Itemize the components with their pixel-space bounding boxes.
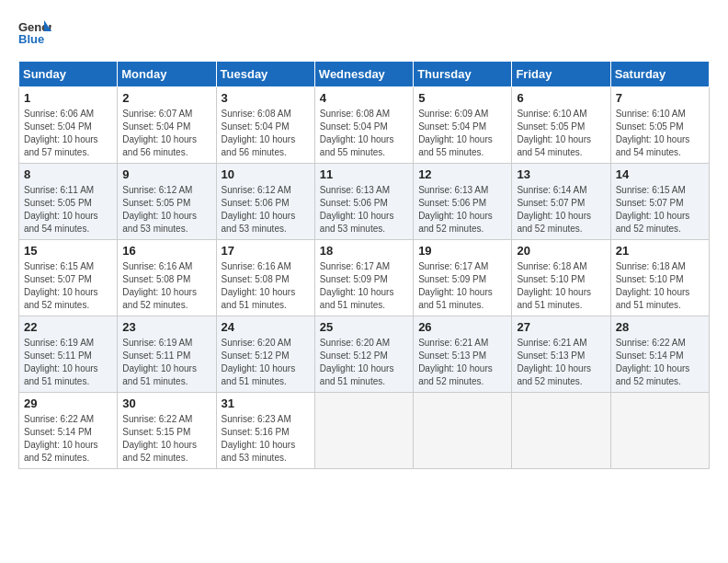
- day-number: 17: [222, 244, 310, 258]
- day-info: Sunrise: 6:09 AMSunset: 5:04 PMDaylight:…: [418, 108, 506, 159]
- calendar-cell: [414, 393, 512, 469]
- header-thursday: Thursday: [414, 62, 512, 87]
- day-info: Sunrise: 6:12 AMSunset: 5:05 PMDaylight:…: [122, 184, 210, 236]
- day-info: Sunrise: 6:16 AMSunset: 5:08 PMDaylight:…: [122, 260, 210, 312]
- day-number: 15: [24, 244, 112, 258]
- day-info: Sunrise: 6:07 AMSunset: 5:04 PMDaylight:…: [122, 108, 210, 159]
- day-number: 9: [122, 167, 210, 181]
- calendar-cell: 30Sunrise: 6:22 AMSunset: 5:15 PMDayligh…: [118, 393, 216, 469]
- header-wednesday: Wednesday: [314, 62, 413, 87]
- day-info: Sunrise: 6:18 AMSunset: 5:10 PMDaylight:…: [616, 260, 704, 312]
- calendar-cell: 5Sunrise: 6:09 AMSunset: 5:04 PMDaylight…: [414, 87, 512, 164]
- calendar-cell: 14Sunrise: 6:15 AMSunset: 5:07 PMDayligh…: [610, 164, 709, 240]
- day-number: 21: [616, 244, 704, 258]
- day-number: 16: [122, 244, 210, 258]
- calendar-cell: 22Sunrise: 6:19 AMSunset: 5:11 PMDayligh…: [19, 316, 118, 393]
- calendar-cell: 17Sunrise: 6:16 AMSunset: 5:08 PMDayligh…: [216, 240, 314, 316]
- calendar-week-row: 15Sunrise: 6:15 AMSunset: 5:07 PMDayligh…: [19, 240, 710, 316]
- day-number: 4: [320, 91, 408, 105]
- day-number: 12: [418, 167, 506, 181]
- day-info: Sunrise: 6:22 AMSunset: 5:15 PMDaylight:…: [122, 413, 210, 465]
- day-number: 10: [222, 167, 310, 181]
- day-number: 2: [122, 91, 210, 105]
- calendar-cell: 8Sunrise: 6:11 AMSunset: 5:05 PMDaylight…: [19, 164, 118, 240]
- calendar-cell: 11Sunrise: 6:13 AMSunset: 5:06 PMDayligh…: [314, 164, 413, 240]
- calendar-cell: 19Sunrise: 6:17 AMSunset: 5:09 PMDayligh…: [414, 240, 512, 316]
- day-number: 5: [418, 91, 506, 105]
- day-info: Sunrise: 6:08 AMSunset: 5:04 PMDaylight:…: [222, 108, 310, 159]
- header-friday: Friday: [512, 62, 610, 87]
- calendar-cell: [610, 393, 709, 469]
- day-number: 18: [320, 244, 408, 258]
- day-info: Sunrise: 6:19 AMSunset: 5:11 PMDaylight:…: [122, 337, 210, 388]
- day-number: 14: [616, 167, 704, 181]
- day-info: Sunrise: 6:18 AMSunset: 5:10 PMDaylight:…: [517, 260, 605, 312]
- day-info: Sunrise: 6:15 AMSunset: 5:07 PMDaylight:…: [24, 260, 112, 312]
- day-number: 13: [517, 167, 605, 181]
- calendar-cell: 6Sunrise: 6:10 AMSunset: 5:05 PMDaylight…: [512, 87, 610, 164]
- calendar-week-row: 1Sunrise: 6:06 AMSunset: 5:04 PMDaylight…: [19, 87, 710, 164]
- header-saturday: Saturday: [610, 62, 709, 87]
- day-number: 8: [24, 167, 112, 181]
- calendar-cell: [314, 393, 413, 469]
- calendar-week-row: 8Sunrise: 6:11 AMSunset: 5:05 PMDaylight…: [19, 164, 710, 240]
- day-number: 20: [517, 244, 605, 258]
- logo: General Blue: [18, 18, 51, 46]
- calendar-cell: 31Sunrise: 6:23 AMSunset: 5:16 PMDayligh…: [216, 393, 314, 469]
- day-info: Sunrise: 6:06 AMSunset: 5:04 PMDaylight:…: [24, 108, 112, 159]
- calendar-cell: 3Sunrise: 6:08 AMSunset: 5:04 PMDaylight…: [216, 87, 314, 164]
- day-number: 29: [24, 396, 112, 410]
- day-info: Sunrise: 6:21 AMSunset: 5:13 PMDaylight:…: [418, 337, 506, 388]
- day-number: 24: [222, 320, 310, 334]
- day-number: 27: [517, 320, 605, 334]
- day-info: Sunrise: 6:14 AMSunset: 5:07 PMDaylight:…: [517, 184, 605, 236]
- calendar-cell: 18Sunrise: 6:17 AMSunset: 5:09 PMDayligh…: [314, 240, 413, 316]
- day-number: 31: [222, 396, 310, 410]
- calendar-cell: 20Sunrise: 6:18 AMSunset: 5:10 PMDayligh…: [512, 240, 610, 316]
- day-info: Sunrise: 6:17 AMSunset: 5:09 PMDaylight:…: [320, 260, 408, 312]
- day-info: Sunrise: 6:08 AMSunset: 5:04 PMDaylight:…: [320, 108, 408, 159]
- day-number: 30: [122, 396, 210, 410]
- day-number: 11: [320, 167, 408, 181]
- calendar-cell: 2Sunrise: 6:07 AMSunset: 5:04 PMDaylight…: [118, 87, 216, 164]
- calendar-cell: [512, 393, 610, 469]
- day-number: 28: [616, 320, 704, 334]
- day-number: 26: [418, 320, 506, 334]
- calendar-cell: 29Sunrise: 6:22 AMSunset: 5:14 PMDayligh…: [19, 393, 118, 469]
- header-tuesday: Tuesday: [216, 62, 314, 87]
- header: General Blue: [18, 18, 710, 46]
- day-info: Sunrise: 6:22 AMSunset: 5:14 PMDaylight:…: [24, 413, 112, 465]
- day-info: Sunrise: 6:20 AMSunset: 5:12 PMDaylight:…: [222, 337, 310, 388]
- day-number: 23: [122, 320, 210, 334]
- calendar-cell: 16Sunrise: 6:16 AMSunset: 5:08 PMDayligh…: [118, 240, 216, 316]
- header-sunday: Sunday: [19, 62, 118, 87]
- svg-text:Blue: Blue: [18, 32, 44, 46]
- calendar-cell: 26Sunrise: 6:21 AMSunset: 5:13 PMDayligh…: [414, 316, 512, 393]
- calendar-cell: 9Sunrise: 6:12 AMSunset: 5:05 PMDaylight…: [118, 164, 216, 240]
- day-info: Sunrise: 6:10 AMSunset: 5:05 PMDaylight:…: [616, 108, 704, 159]
- day-info: Sunrise: 6:13 AMSunset: 5:06 PMDaylight:…: [320, 184, 408, 236]
- day-number: 3: [222, 91, 310, 105]
- logo-icon: General Blue: [18, 18, 51, 46]
- day-info: Sunrise: 6:16 AMSunset: 5:08 PMDaylight:…: [222, 260, 310, 312]
- day-info: Sunrise: 6:13 AMSunset: 5:06 PMDaylight:…: [418, 184, 506, 236]
- day-info: Sunrise: 6:10 AMSunset: 5:05 PMDaylight:…: [517, 108, 605, 159]
- day-number: 7: [616, 91, 704, 105]
- calendar-cell: 25Sunrise: 6:20 AMSunset: 5:12 PMDayligh…: [314, 316, 413, 393]
- day-info: Sunrise: 6:21 AMSunset: 5:13 PMDaylight:…: [517, 337, 605, 388]
- day-info: Sunrise: 6:22 AMSunset: 5:14 PMDaylight:…: [616, 337, 704, 388]
- day-number: 19: [418, 244, 506, 258]
- day-number: 6: [517, 91, 605, 105]
- calendar-cell: 23Sunrise: 6:19 AMSunset: 5:11 PMDayligh…: [118, 316, 216, 393]
- day-info: Sunrise: 6:11 AMSunset: 5:05 PMDaylight:…: [24, 184, 112, 236]
- calendar-cell: 7Sunrise: 6:10 AMSunset: 5:05 PMDaylight…: [610, 87, 709, 164]
- calendar-week-row: 22Sunrise: 6:19 AMSunset: 5:11 PMDayligh…: [19, 316, 710, 393]
- day-number: 1: [24, 91, 112, 105]
- day-info: Sunrise: 6:23 AMSunset: 5:16 PMDaylight:…: [222, 413, 310, 465]
- day-info: Sunrise: 6:17 AMSunset: 5:09 PMDaylight:…: [418, 260, 506, 312]
- calendar-cell: 1Sunrise: 6:06 AMSunset: 5:04 PMDaylight…: [19, 87, 118, 164]
- day-info: Sunrise: 6:12 AMSunset: 5:06 PMDaylight:…: [222, 184, 310, 236]
- calendar-cell: 15Sunrise: 6:15 AMSunset: 5:07 PMDayligh…: [19, 240, 118, 316]
- calendar-table: SundayMondayTuesdayWednesdayThursdayFrid…: [18, 61, 710, 469]
- calendar-cell: 13Sunrise: 6:14 AMSunset: 5:07 PMDayligh…: [512, 164, 610, 240]
